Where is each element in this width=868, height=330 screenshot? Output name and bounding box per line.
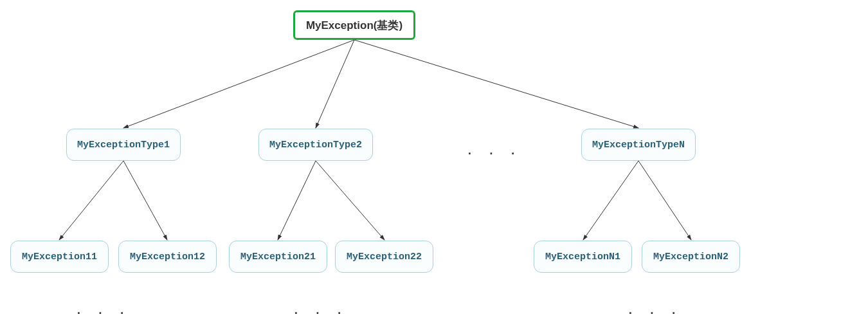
svg-line-2 — [354, 40, 638, 128]
node-11-label: MyException11 — [22, 252, 97, 262]
node-21-label: MyException21 — [240, 252, 316, 262]
svg-line-8 — [638, 161, 691, 240]
level1-ellipsis: . . . — [466, 145, 520, 158]
type2-label: MyExceptionType2 — [269, 140, 362, 151]
svg-line-0 — [123, 40, 354, 128]
node-12-label: MyException12 — [130, 252, 205, 262]
type2-node: MyExceptionType2 — [258, 129, 373, 161]
svg-line-5 — [278, 161, 316, 240]
node-N2-label: MyExceptionN2 — [653, 252, 728, 262]
node-21: MyException21 — [229, 241, 327, 273]
svg-line-3 — [59, 161, 123, 240]
root-node: MyException(基类) — [293, 10, 415, 40]
bottom-ellipsis-3: . . . — [627, 304, 681, 317]
svg-line-4 — [123, 161, 167, 240]
type1-label: MyExceptionType1 — [77, 140, 170, 151]
node-11: MyException11 — [10, 241, 109, 273]
type1-node: MyExceptionType1 — [66, 129, 181, 161]
svg-line-6 — [316, 161, 384, 240]
typeN-label: MyExceptionTypeN — [592, 140, 685, 151]
bottom-ellipsis-1: . . . — [75, 304, 129, 317]
svg-line-7 — [583, 161, 638, 240]
connector-lines — [0, 0, 868, 330]
node-N2: MyExceptionN2 — [642, 241, 740, 273]
bottom-ellipsis-2: . . . — [293, 304, 347, 317]
node-12: MyException12 — [118, 241, 217, 273]
typeN-node: MyExceptionTypeN — [581, 129, 696, 161]
svg-line-1 — [316, 40, 354, 128]
node-N1-label: MyExceptionN1 — [545, 252, 620, 262]
node-N1: MyExceptionN1 — [534, 241, 632, 273]
root-node-label: MyException(基类) — [306, 18, 402, 33]
node-22-label: MyException22 — [347, 252, 422, 262]
node-22: MyException22 — [335, 241, 433, 273]
